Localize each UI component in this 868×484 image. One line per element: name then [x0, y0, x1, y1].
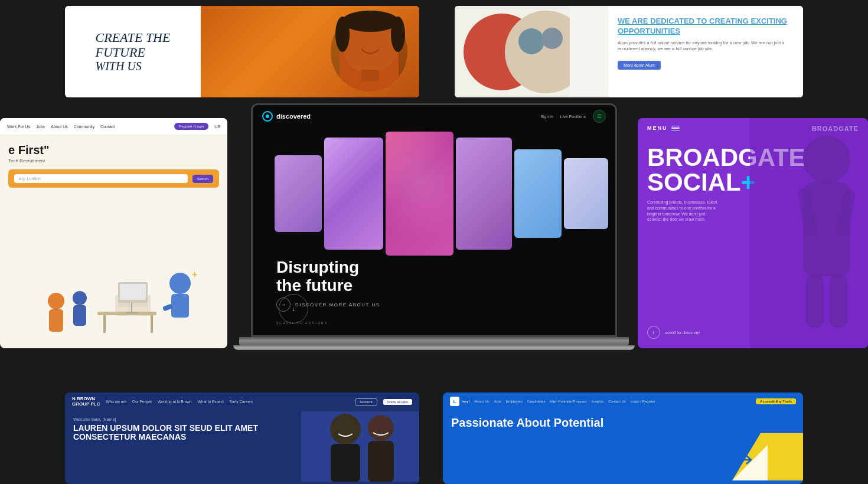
levyl-nav: L levyl About Us Jobs Employers Candidat… [443, 393, 803, 410]
card-levyl: L levyl About Us Jobs Employers Candidat… [443, 393, 803, 484]
svg-point-8 [518, 28, 544, 54]
nbrown-nav-who[interactable]: Who we are [106, 400, 126, 404]
create-line2: FUTURE [96, 45, 171, 60]
laptop-foot [233, 345, 635, 350]
levyl-logo-box: L [450, 397, 459, 406]
levyl-arrow-icon [738, 451, 756, 469]
discovered-positions[interactable]: Live Positions [560, 115, 586, 119]
tech-register-button[interactable]: Register / Login [174, 123, 208, 130]
mosaic-item-5 [514, 149, 562, 238]
laptop-mosaic [275, 129, 593, 259]
create-heading: CREATE THE FUTURE with us [96, 31, 171, 72]
dedicated-image [455, 6, 608, 97]
svg-point-16 [48, 293, 64, 309]
levyl-nav-employers[interactable]: Employers [506, 400, 523, 403]
broadgate-scroll-circle: i [647, 326, 660, 339]
svg-rect-19 [73, 305, 86, 326]
broadgate-h1-line2: SOCIAL [647, 168, 741, 196]
levyl-nav-candidates[interactable]: Candidates [527, 400, 545, 403]
discovered-logo-text: discovered [276, 113, 311, 120]
levyl-nav-about[interactable]: About Us [474, 400, 489, 403]
card-create-left: CREATE THE FUTURE with us [65, 6, 201, 97]
levyl-nav-contact[interactable]: Contact Us [608, 400, 626, 403]
laptop-base [239, 337, 629, 345]
card-create-right [201, 6, 419, 97]
tech-nav-community[interactable]: Community [74, 125, 94, 129]
nbrown-people-svg [301, 411, 419, 482]
nbrown-logo-line2: GROUP PLC [72, 402, 100, 407]
card-tech: Work For Us Jobs About Us Community Cont… [0, 118, 227, 348]
dedicated-post: OPPORTUNITIES [618, 27, 680, 35]
svg-rect-39 [368, 441, 394, 482]
dedicated-body: Alum provides a full online service for … [618, 40, 794, 53]
tech-headline: e First" [8, 143, 219, 157]
card-broadgate: MENU BROADGATE BROADGATE SOCIAL+ Connect… [638, 118, 868, 348]
levyl-access-button[interactable]: Accessibility Tools [756, 398, 796, 404]
laptop-screen-inner: discovered Sign in Live Positions ☰ [253, 105, 615, 335]
mosaic-item-1 [275, 155, 322, 232]
nbrown-welcome: Welcome back, [Name] [73, 417, 293, 421]
dedicated-heading: WE ARE DEDICATED TO CREATING EXCITING OP… [618, 17, 794, 37]
tech-subtitle: Tech Recruitment [8, 158, 219, 163]
svg-rect-25 [120, 284, 146, 300]
dedicated-pre: WE ARE DEDICATED TO CREATING [618, 17, 751, 25]
create-script: with us [96, 60, 171, 73]
laptop-screen: discovered Sign in Live Positions ☰ [251, 103, 617, 337]
tech-search-input[interactable]: e.g. London [14, 174, 188, 183]
levyl-text: Passionate About Potential [443, 410, 673, 480]
card-dedicated-right: WE ARE DEDICATED TO CREATING EXCITING OP… [608, 6, 803, 97]
svg-point-2 [342, 11, 399, 32]
card-dedicated-left [455, 6, 608, 97]
scroll-button[interactable]: ↓ [279, 294, 308, 323]
nbrown-nav-early[interactable]: Early Careers [230, 400, 253, 404]
svg-point-13 [169, 273, 191, 294]
svg-rect-22 [103, 315, 106, 333]
svg-rect-23 [151, 315, 153, 333]
levyl-content: Passionate About Potential [443, 410, 803, 480]
tech-nav-about[interactable]: About Us [51, 125, 68, 129]
nbrown-nav-expect[interactable]: What to Expect [198, 400, 224, 404]
svg-rect-34 [830, 274, 847, 328]
broadgate-scroll-text: scroll to discover [665, 330, 700, 335]
dedicated-cta-button[interactable]: More about Alum [618, 61, 661, 70]
svg-point-36 [330, 414, 361, 444]
tech-nav-contact[interactable]: Contact [100, 125, 115, 129]
levyl-nav-program[interactable]: High Potential Program [550, 400, 586, 403]
card-create: CREATE THE FUTURE with us [65, 6, 419, 97]
mosaic-item-2 [324, 138, 383, 250]
mosaic-item-6 [564, 158, 608, 229]
discovered-headline: Disrupting the future [276, 259, 380, 295]
tech-search-bar: e.g. London Search [8, 169, 219, 188]
tech-search-button[interactable]: Search [192, 175, 213, 183]
svg-text:+: + [192, 269, 197, 279]
tech-content: e First" Tech Recruitment e.g. London Se… [0, 135, 227, 201]
laptop-wrapper: discovered Sign in Live Positions ☰ [233, 103, 635, 350]
create-line1: CREATE THE [96, 31, 171, 45]
svg-rect-17 [49, 309, 63, 332]
tech-nav: Work For Us Jobs About Us Community Cont… [0, 118, 227, 135]
tech-nav-work[interactable]: Work For Us [7, 125, 30, 129]
nbrown-jobs-button[interactable]: Show all jobs [383, 399, 412, 405]
laptop-nav: discovered Sign in Live Positions ☰ [253, 105, 615, 127]
svg-point-38 [368, 415, 394, 441]
tech-nav-jobs[interactable]: Jobs [36, 125, 45, 129]
broadgate-body: Connecting brands, businesses, talent an… [647, 200, 718, 223]
broadgate-person-bg [750, 118, 868, 348]
mosaic-item-4 [456, 138, 512, 250]
broadgate-menu[interactable]: MENU [647, 125, 680, 131]
nbrown-nav-people[interactable]: Our People [132, 400, 152, 404]
svg-rect-10 [570, 6, 608, 97]
nbrown-nav-working[interactable]: Working at N Brown [158, 400, 192, 404]
levyl-nav-insights[interactable]: Insights [591, 400, 603, 403]
levyl-nav-jobs[interactable]: Jobs [494, 400, 501, 403]
hamburger-menu-icon[interactable]: ☰ [593, 110, 606, 123]
tech-illustration: + [27, 230, 227, 348]
svg-point-3 [335, 17, 350, 52]
svg-rect-33 [806, 274, 824, 328]
broadgate-menu-label: MENU [647, 125, 668, 131]
nbrown-account-button[interactable]: Account [355, 398, 377, 405]
logo-circle-icon [262, 111, 273, 122]
card-nbrown: N BROWN GROUP PLC Who we are Our People … [65, 393, 419, 484]
discovered-signin[interactable]: Sign in [540, 115, 553, 119]
levyl-login-button[interactable]: Login | Register [631, 400, 655, 403]
